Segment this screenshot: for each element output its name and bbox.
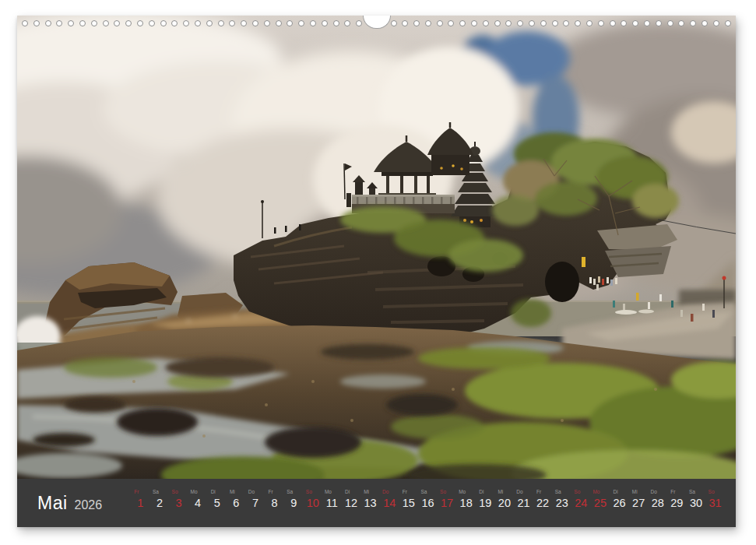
binding-hole xyxy=(621,20,627,26)
calendar-page: Mai 2026 Fr1Sa2So3Mo4Di5Mi6Do7Fr8Sa9So10… xyxy=(17,16,736,527)
day-number: 11 xyxy=(322,496,342,510)
binding-hole xyxy=(448,20,454,26)
binding-hole xyxy=(183,20,189,26)
calendar-photo xyxy=(17,16,736,479)
day-cell-29: Fr29 xyxy=(667,479,687,527)
day-cell-21: Do21 xyxy=(514,479,533,527)
day-number: 26 xyxy=(610,496,629,510)
day-cell-9: Sa9 xyxy=(284,479,304,527)
weekday-label: Fr xyxy=(396,489,415,495)
day-cell-27: Mi27 xyxy=(629,479,649,527)
binding-hole xyxy=(344,20,350,26)
day-number: 30 xyxy=(687,496,706,510)
day-number: 18 xyxy=(456,496,476,510)
binding-hole xyxy=(91,20,97,26)
binding-hole xyxy=(483,20,489,26)
day-number: 4 xyxy=(188,496,208,510)
date-strip: Mai 2026 Fr1Sa2So3Mo4Di5Mi6Do7Fr8Sa9So10… xyxy=(17,479,736,527)
day-number: 5 xyxy=(207,496,227,510)
binding-hole xyxy=(529,20,535,26)
day-cell-4: Mo4 xyxy=(188,479,208,527)
binding-hole xyxy=(586,20,592,26)
day-number: 17 xyxy=(438,496,457,510)
day-cell-23: Sa23 xyxy=(552,479,571,527)
binding-hole xyxy=(125,20,132,26)
binding-hole xyxy=(333,20,339,26)
day-number: 27 xyxy=(629,496,649,510)
binding-hole xyxy=(137,20,143,26)
binding-hole xyxy=(298,20,304,26)
weekday-label: Fr xyxy=(663,489,683,495)
binding-hole xyxy=(632,20,638,26)
day-number: 15 xyxy=(399,496,419,510)
day-cell-20: Mi20 xyxy=(495,479,515,527)
day-cell-17: So17 xyxy=(438,479,457,527)
binding-hole xyxy=(218,20,224,26)
binding-hole xyxy=(678,20,684,26)
binding-hole xyxy=(287,20,293,26)
binding-hole xyxy=(45,20,51,26)
day-number: 8 xyxy=(265,496,284,510)
day-cell-11: Mo11 xyxy=(322,479,342,527)
binding-hole xyxy=(494,20,501,26)
weekday-label: Mi xyxy=(625,489,645,495)
binding-hole xyxy=(701,20,708,26)
binding-hole xyxy=(459,20,466,26)
binding-hole xyxy=(195,20,201,26)
day-number: 20 xyxy=(495,496,515,510)
date-strip-days: Fr1Sa2So3Mo4Di5Mi6Do7Fr8Sa9So10Mo11Di12M… xyxy=(131,479,725,527)
day-number: 23 xyxy=(552,496,571,510)
binding-hole xyxy=(575,20,581,26)
binding-hole xyxy=(149,20,155,26)
day-number: 14 xyxy=(380,496,399,510)
binding-hole xyxy=(667,20,673,26)
day-cell-19: Di19 xyxy=(476,479,495,527)
day-number: 28 xyxy=(648,496,667,510)
weekday-label: Mi xyxy=(491,489,511,495)
binding-hole xyxy=(610,20,616,26)
weekday-label: So xyxy=(701,489,721,495)
day-cell-6: Mi6 xyxy=(227,479,246,527)
weekday-label: So xyxy=(299,489,318,495)
day-cell-2: Sa2 xyxy=(150,479,170,527)
day-cell-15: Fr15 xyxy=(399,479,419,527)
day-cell-26: Di26 xyxy=(610,479,629,527)
day-cell-31: So31 xyxy=(705,479,725,527)
weekday-label: So xyxy=(568,489,587,495)
day-number: 3 xyxy=(169,496,188,510)
weekday-label: Sa xyxy=(414,489,434,495)
day-cell-5: Di5 xyxy=(207,479,227,527)
day-cell-18: Mo18 xyxy=(456,479,476,527)
day-number: 31 xyxy=(705,496,725,510)
day-cell-28: Do28 xyxy=(648,479,667,527)
day-cell-10: So10 xyxy=(303,479,322,527)
weekday-label: Sa xyxy=(146,489,166,495)
day-number: 2 xyxy=(150,496,170,510)
weekday-label: So xyxy=(434,489,453,495)
binding-hole xyxy=(356,20,362,26)
binding-hole xyxy=(56,20,62,26)
weekday-label: Sa xyxy=(683,489,702,495)
binding-hole xyxy=(725,20,731,26)
day-number: 25 xyxy=(591,496,610,510)
binding-hole xyxy=(402,20,408,26)
weekday-label: Do xyxy=(242,489,262,495)
binding-hole xyxy=(171,20,178,26)
binding-hole xyxy=(656,20,662,26)
weekday-label: Di xyxy=(203,489,223,495)
day-number: 6 xyxy=(227,496,246,510)
day-cell-12: Di12 xyxy=(342,479,361,527)
day-number: 1 xyxy=(131,496,150,510)
binding-hole xyxy=(644,20,650,26)
binding-hole xyxy=(713,20,719,26)
binding-hole xyxy=(79,20,86,26)
day-number: 9 xyxy=(284,496,304,510)
binding-hole xyxy=(114,20,120,26)
binding-hole xyxy=(252,20,258,26)
binding-hole xyxy=(517,20,523,26)
binding-hole xyxy=(505,20,512,26)
binding-hole xyxy=(563,20,569,26)
binding-hole xyxy=(437,20,443,26)
binding-hole xyxy=(322,20,328,26)
day-number: 12 xyxy=(342,496,361,510)
